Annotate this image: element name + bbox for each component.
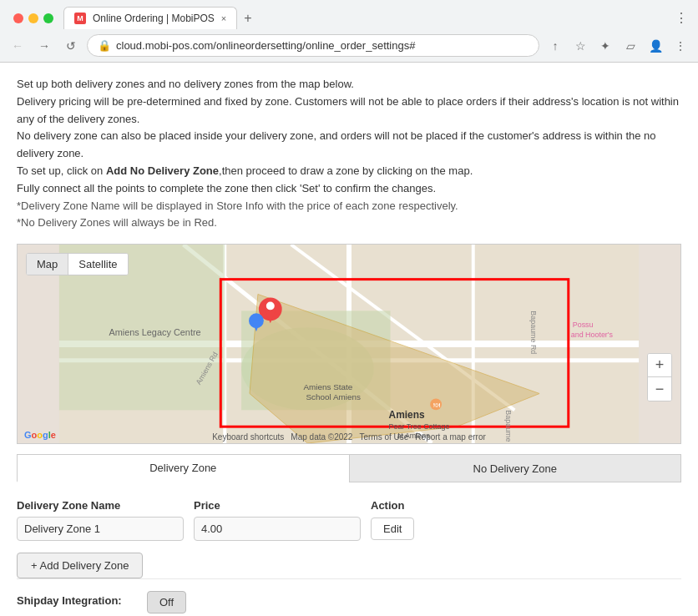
menu-icon[interactable]: ⋮ (670, 35, 691, 57)
zoom-in-button[interactable]: + (648, 354, 671, 377)
info-line4: To set up, click on Add No Delivery Zone… (17, 163, 681, 180)
svg-point-15 (266, 302, 275, 311)
col-header-action: Action (371, 499, 681, 512)
google-logo: Google (24, 430, 56, 440)
info-line7: *No Delivery Zones will always be in Red… (17, 215, 681, 232)
nav-icons-right: ↑ ☆ ✦ ▱ 👤 ⋮ (544, 35, 691, 57)
zone-price-input[interactable] (194, 517, 361, 541)
svg-text:Amiens: Amiens (389, 409, 425, 421)
svg-text:and Hooter's: and Hooter's (571, 331, 614, 339)
forward-button[interactable]: → (33, 35, 55, 57)
terms-of-use: Terms of Use (359, 432, 408, 442)
tab-title: Online Ordering | MobiPOS (93, 13, 215, 24)
col-header-name: Delivery Zone Name (17, 499, 184, 512)
map-view-buttons: Map Satellite (26, 253, 129, 275)
add-delivery-zone-button[interactable]: + Add Delivery Zone (17, 553, 143, 578)
report-map-error: Report a map error (415, 432, 485, 442)
map-zoom-controls: + − (647, 353, 672, 401)
info-section: Set up both delivery zones and no delive… (17, 76, 681, 232)
nav-bar: ← → ↺ 🔒 cloud.mobi-pos.com/onlineorderse… (0, 29, 698, 62)
keyboard-shortcuts: Keyboard shortcuts (212, 432, 284, 442)
extension-icon[interactable]: ✦ (594, 35, 616, 57)
no-delivery-zone-tab[interactable]: No Delivery Zone (349, 454, 682, 482)
svg-text:Amiens State: Amiens State (303, 382, 352, 391)
svg-text:Pear Tree Cottage: Pear Tree Cottage (389, 422, 450, 431)
traffic-light-green[interactable] (43, 13, 53, 23)
share-icon[interactable]: ↑ (544, 35, 566, 57)
svg-text:Possu: Possu (573, 321, 594, 329)
zone-name-input[interactable] (17, 517, 184, 541)
map-view-satellite-button[interactable]: Satellite (68, 254, 127, 275)
svg-text:Amiens Legacy Centre: Amiens Legacy Centre (109, 327, 200, 337)
reload-button[interactable]: ↺ (60, 35, 82, 57)
info-line6: *Delivery Zone Name will be displayed in… (17, 198, 681, 215)
new-tab-button[interactable]: + (240, 8, 255, 29)
col-header-price: Price (194, 499, 361, 512)
page-content: Set up both delivery zones and no delive… (0, 63, 698, 616)
url-text: cloud.mobi-pos.com/onlineordersetting/on… (116, 39, 529, 52)
shipday-label: Shipday Integration: (17, 591, 134, 607)
address-bar[interactable]: 🔒 cloud.mobi-pos.com/onlineordersetting/… (87, 34, 539, 57)
edit-button[interactable]: Edit (371, 518, 414, 540)
zone-table-header: Delivery Zone Name Price Action (17, 496, 681, 517)
info-line5: Fully connect all the points to complete… (17, 180, 681, 198)
traffic-light-red[interactable] (13, 13, 23, 23)
map-data: Map data ©2022 (291, 432, 352, 442)
traffic-light-yellow[interactable] (28, 13, 38, 23)
svg-text:Bapaume Rd: Bapaume Rd (529, 311, 538, 355)
bookmark-icon[interactable]: ☆ (569, 35, 591, 57)
svg-text:Bapaume Rd: Bapaume Rd (504, 411, 513, 444)
table-row: Edit (17, 517, 681, 541)
info-line2: Delivery pricing will be pre-determined … (17, 93, 681, 129)
tab-favicon: M (74, 13, 86, 24)
split-view-icon[interactable]: ▱ (620, 35, 641, 57)
back-button[interactable]: ← (7, 35, 28, 57)
browser-tab-active[interactable]: M Online Ordering | MobiPOS × (63, 7, 237, 29)
map-container[interactable]: Amiens Legacy Centre Amiens State School… (17, 244, 681, 444)
info-line3: No delivery zone can also be placed insi… (17, 128, 681, 163)
svg-text:School Amiens: School Amiens (306, 393, 361, 402)
map-view-map-button[interactable]: Map (27, 254, 68, 275)
map-footer: Keyboard shortcuts Map data ©2022 Terms … (212, 432, 486, 442)
zoom-out-button[interactable]: − (648, 377, 671, 401)
info-line1: Set up both delivery zones and no delive… (17, 76, 681, 93)
tab-overflow-button[interactable]: ⋮ (671, 7, 691, 29)
add-no-delivery-zone-emphasis: Add No Delivery Zone (106, 164, 219, 177)
delivery-zone-tab[interactable]: Delivery Zone (17, 454, 349, 482)
svg-text:🍽: 🍽 (433, 402, 440, 410)
shipday-content: Off Enable Shipday integration. Allows a… (147, 591, 681, 616)
zone-table: Delivery Zone Name Price Action Edit + A… (17, 496, 681, 578)
shipday-toggle-button[interactable]: Off (147, 591, 186, 613)
zone-tabs: Delivery Zone No Delivery Zone (17, 454, 681, 482)
shipday-integration-section: Shipday Integration: Off Enable Shipday … (17, 578, 681, 616)
profile-icon[interactable]: 👤 (645, 35, 666, 57)
tab-close-button[interactable]: × (221, 13, 226, 23)
